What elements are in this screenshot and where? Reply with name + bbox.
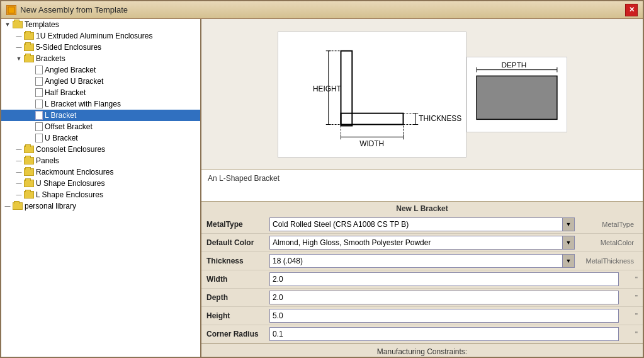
close-button[interactable]: ✕	[625, 4, 638, 16]
width-unit: "	[619, 275, 638, 283]
expand-icon: —	[14, 31, 24, 41]
tree-item-consolet[interactable]: — Consolet Enclosures	[1, 144, 200, 155]
tree-item-u-shape[interactable]: — U Shape Enclosures	[1, 178, 200, 189]
tree-item-5sided[interactable]: — 5-Sided Enclosures	[1, 42, 200, 53]
tree-item-panels[interactable]: — Panels	[1, 155, 200, 166]
svg-text:THICKNESS: THICKNESS	[419, 113, 461, 122]
tree-label: Angled Bracket	[45, 66, 96, 74]
tree-item-l-shape[interactable]: — L Shape Enclosures	[1, 189, 200, 200]
spacer	[25, 65, 35, 75]
metalcolor-prop: MetalColor	[575, 239, 638, 246]
metaltype-row: MetalType ▼ MetalType	[201, 216, 643, 234]
expand-icon: ▼	[14, 54, 24, 64]
tree-item-personal-library[interactable]: — personal library	[1, 200, 200, 212]
folder-icon	[13, 202, 23, 210]
metaltype-dropdown-arrow[interactable]: ▼	[562, 217, 575, 231]
tree-item-l-bracket[interactable]: L Bracket	[1, 110, 200, 121]
expand-icon: —	[14, 144, 24, 154]
folder-icon	[24, 157, 34, 165]
tree-item-offset-bracket[interactable]: Offset Bracket	[1, 121, 200, 132]
tree-label: Half Bracket	[45, 88, 86, 97]
defaultcolor-dropdown-arrow[interactable]: ▼	[562, 236, 575, 250]
tree-label: 5-Sided Enclosures	[36, 43, 101, 52]
main-content: ▼ Templates — 1U Extruded Aluminum Enclo…	[1, 19, 643, 357]
tree-label: Templates	[25, 20, 59, 29]
metaltype-input[interactable]	[269, 217, 563, 231]
folder-icon	[24, 55, 34, 62]
cornerradius-unit: "	[619, 330, 638, 338]
tree-label: personal library	[25, 202, 76, 211]
doc-icon	[35, 100, 43, 108]
metalthickness-prop: MetalThickness	[575, 257, 638, 265]
thickness-select-wrapper: ▼	[269, 254, 575, 268]
height-unit: "	[619, 312, 638, 320]
svg-rect-2	[341, 113, 403, 124]
tree-label: U Bracket	[45, 134, 78, 142]
tree-item-half-bracket[interactable]: Half Bracket	[1, 87, 200, 98]
tree-panel: ▼ Templates — 1U Extruded Aluminum Enclo…	[1, 19, 201, 357]
doc-icon	[35, 111, 43, 120]
svg-rect-0	[8, 7, 14, 13]
defaultcolor-label: Default Color	[206, 238, 269, 247]
tree-label: Rackmount Enclosures	[36, 168, 113, 176]
cornerradius-label: Corner Radius	[206, 330, 269, 338]
tree-label: L Bracket	[45, 111, 76, 120]
depth-input[interactable]	[269, 291, 619, 304]
expand-icon: —	[3, 201, 13, 211]
spacer	[25, 110, 35, 120]
tree-label: Panels	[36, 156, 59, 165]
spacer	[25, 133, 35, 143]
tree-label: Consolet Enclosures	[36, 145, 105, 154]
expand-icon: —	[14, 42, 24, 52]
tree-item-brackets[interactable]: ▼ Brackets	[1, 53, 200, 64]
folder-icon	[24, 32, 34, 40]
tree-item-templates[interactable]: ▼ Templates	[1, 19, 200, 30]
depth-label: Depth	[206, 293, 269, 302]
thickness-input[interactable]	[269, 254, 563, 268]
svg-text:HEIGHT: HEIGHT	[312, 84, 341, 93]
svg-rect-1	[341, 50, 352, 125]
expand-icon: —	[14, 178, 24, 188]
thickness-dropdown-arrow[interactable]: ▼	[562, 254, 575, 268]
folder-icon	[24, 191, 34, 199]
tree-item-rackmount[interactable]: — Rackmount Enclosures	[1, 166, 200, 178]
doc-icon	[35, 122, 43, 131]
width-label: Width	[206, 275, 269, 284]
tree-item-1u[interactable]: — 1U Extruded Aluminum Enclosures	[1, 30, 200, 42]
folder-icon	[24, 168, 34, 176]
width-input[interactable]	[269, 272, 619, 286]
description-area: An L-Shaped Bracket	[201, 170, 643, 202]
svg-text:DEPTH: DEPTH	[501, 60, 526, 69]
spacer	[25, 76, 35, 86]
form-section-title: New L Bracket	[201, 202, 643, 216]
metaltype-select-wrapper: ▼	[269, 217, 575, 231]
metaltype-label: MetalType	[206, 220, 269, 229]
height-input[interactable]	[269, 309, 619, 323]
app-icon	[6, 5, 16, 15]
main-window: New Assembly from Template ✕ ▼ Templates…	[0, 0, 644, 358]
title-bar: New Assembly from Template ✕	[1, 1, 643, 19]
tree-label: L Shape Enclosures	[36, 190, 103, 199]
folder-icon	[24, 146, 34, 153]
tree-item-angled-u-bracket[interactable]: Angled U Bracket	[1, 76, 200, 87]
folder-icon	[24, 43, 34, 51]
manufacturing-row: Manufacturing Constraints:	[201, 344, 643, 357]
height-label: Height	[206, 311, 269, 320]
description-text: An L-Shaped Bracket	[208, 174, 280, 183]
tree-item-angled-bracket[interactable]: Angled Bracket	[1, 64, 200, 76]
doc-icon	[35, 66, 43, 74]
thickness-label: Thickness	[206, 257, 269, 265]
diagram-area: HEIGHT WIDTH THICKNESS	[201, 19, 643, 170]
spacer	[25, 122, 35, 132]
depth-unit: "	[619, 294, 638, 301]
cornerradius-input[interactable]	[269, 327, 619, 341]
section-title-text: New L Bracket	[396, 204, 448, 213]
defaultcolor-row: Default Color ▼ MetalColor	[201, 234, 643, 252]
tree-item-l-bracket-flanges[interactable]: L Bracket with Flanges	[1, 98, 200, 110]
defaultcolor-input[interactable]	[269, 236, 563, 250]
spacer	[25, 99, 35, 109]
title-bar-left: New Assembly from Template	[6, 5, 128, 15]
tree-item-u-bracket[interactable]: U Bracket	[1, 132, 200, 144]
doc-icon	[35, 134, 43, 142]
tree-label: Brackets	[36, 54, 65, 63]
